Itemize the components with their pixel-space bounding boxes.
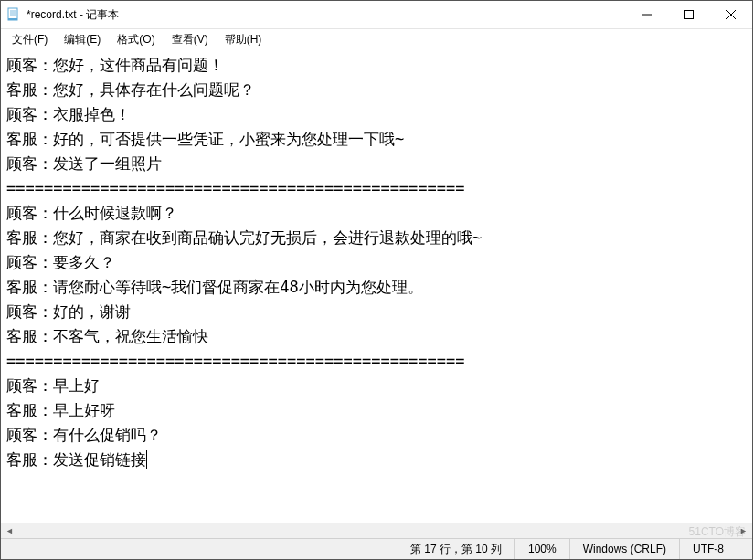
text-line: ========================================… [6,176,747,201]
menu-edit[interactable]: 编辑(E) [57,30,108,49]
text-line: 顾客：发送了一组照片 [6,152,747,176]
menubar: 文件(F) 编辑(E) 格式(O) 查看(V) 帮助(H) [1,29,752,49]
text-line: 顾客：要多久？ [6,250,747,275]
text-line: 客服：早上好呀 [6,398,747,423]
scroll-right-icon[interactable]: ► [736,524,751,538]
text-line: 客服：不客气，祝您生活愉快 [6,324,747,349]
close-button[interactable] [710,1,752,28]
menu-format[interactable]: 格式(O) [110,30,162,49]
menu-help[interactable]: 帮助(H) [217,30,270,49]
menu-view[interactable]: 查看(V) [164,30,216,49]
text-line: 顾客：早上好 [6,374,747,398]
text-line: ========================================… [6,349,747,374]
svg-rect-1 [8,18,17,20]
horizontal-scrollbar[interactable]: ◄ ► [1,523,752,538]
status-position: 第 17 行，第 10 列 [398,539,514,559]
titlebar[interactable]: *record.txt - 记事本 [1,1,752,29]
status-line-ending: Windows (CRLF) [569,539,679,559]
text-line: 客服：您好，商家在收到商品确认完好无损后，会进行退款处理的哦~ [6,226,747,250]
text-line: 客服：发送促销链接 [6,448,747,472]
text-line: 顾客：有什么促销吗？ [6,423,747,448]
text-editor[interactable]: 顾客：您好，这件商品有问题！客服：您好，具体存在什么问题呢？顾客：衣服掉色！客服… [1,49,752,523]
text-line: 顾客：什么时候退款啊？ [6,201,747,226]
text-line: 客服：请您耐心等待哦~我们督促商家在48小时内为您处理。 [6,275,747,300]
status-zoom: 100% [514,539,569,559]
app-icon [6,7,21,22]
window-title: *record.txt - 记事本 [27,7,119,23]
text-line: 客服：好的，可否提供一些凭证，小蜜来为您处理一下哦~ [6,127,747,152]
svg-rect-6 [685,11,694,19]
scroll-left-icon[interactable]: ◄ [2,524,17,538]
status-encoding: UTF-8 [679,539,752,559]
menu-file[interactable]: 文件(F) [5,30,55,49]
text-line: 顾客：好的，谢谢 [6,300,747,324]
statusbar: 第 17 行，第 10 列 100% Windows (CRLF) UTF-8 [1,538,752,559]
text-line: 客服：您好，具体存在什么问题呢？ [6,78,747,102]
text-line: 顾客：衣服掉色！ [6,102,747,127]
minimize-button[interactable] [626,1,668,28]
notepad-window: *record.txt - 记事本 文件(F) 编辑(E) 格式(O) 查看(V… [0,0,753,560]
text-line: 顾客：您好，这件商品有问题！ [6,53,747,78]
maximize-button[interactable] [668,1,710,28]
